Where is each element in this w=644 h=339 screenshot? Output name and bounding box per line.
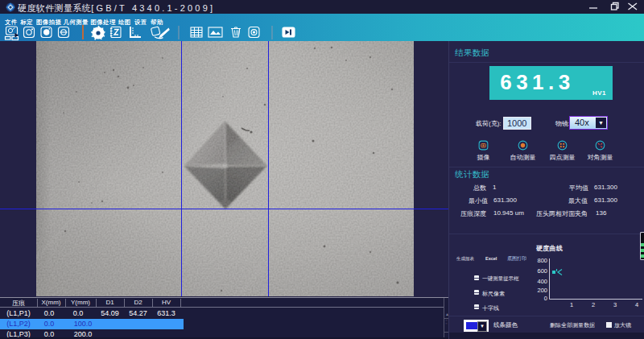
svg-text:2: 2 [592,301,595,308]
svg-text:200: 200 [537,287,547,294]
svg-text:4: 4 [635,301,638,308]
svg-text:1: 1 [570,301,573,308]
svg-text:0: 0 [544,295,547,302]
svg-text:3: 3 [613,301,617,308]
svg-text:400: 400 [537,278,547,285]
svg-text:800: 800 [537,257,547,264]
svg-text:600: 600 [537,267,547,275]
